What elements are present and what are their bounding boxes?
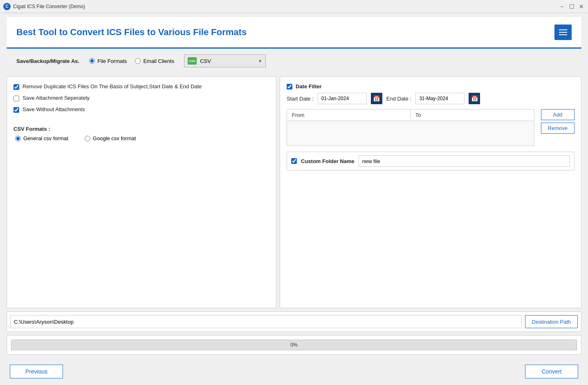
previous-button[interactable]: Previous (10, 365, 63, 378)
custom-folder-row: Custom Folder Name (287, 152, 575, 170)
path-input[interactable] (10, 315, 522, 328)
date-table: From To (287, 109, 534, 146)
path-row: Destination Path (7, 311, 581, 332)
google-csv-label: Google csv format (93, 135, 136, 141)
right-panel: Date Filter Start Date : 📅 End Date : 📅 (280, 76, 581, 308)
titlebar: C Cigati ICS File Converter (Demo) − ☐ ✕ (0, 0, 588, 13)
start-date-label: Start Date : (287, 96, 314, 102)
header-menu-button[interactable] (554, 25, 572, 40)
progress-bar: 0% (11, 340, 577, 350)
convert-button[interactable]: Convert (525, 365, 578, 378)
save-attachment-checkbox[interactable] (13, 96, 19, 101)
date-filter-label: Date Filter (296, 83, 322, 90)
top-panels: Remove Duplicate ICS Files On The Basis … (7, 76, 581, 308)
date-table-header: From To (287, 110, 534, 121)
start-date-input[interactable] (318, 93, 367, 104)
from-column-header: From (287, 110, 411, 121)
progress-label: 0% (290, 342, 297, 348)
save-backup-row: Save/Backup/Migrate As. File Formats Ema… (7, 49, 581, 73)
date-table-body (287, 121, 534, 145)
panels-area: Remove Duplicate ICS Files On The Basis … (7, 76, 581, 355)
date-filter-checkbox[interactable] (287, 84, 292, 90)
start-date-calendar-button[interactable]: 📅 (371, 93, 382, 104)
csv-formats-section: CSV Formats : General csv format Google … (13, 126, 269, 141)
maximize-button[interactable]: ☐ (568, 3, 575, 10)
to-column-header: To (411, 110, 534, 121)
format-radio-group: File Formats Email Clients (89, 58, 174, 64)
custom-folder-input[interactable] (359, 155, 570, 167)
end-date-label: End Date : (386, 96, 411, 102)
menu-line-1 (559, 29, 567, 30)
csv-icon: CSV (188, 57, 197, 65)
email-clients-label: Email Clients (143, 58, 174, 64)
file-formats-option[interactable]: File Formats (89, 58, 127, 64)
close-button[interactable]: ✕ (578, 3, 585, 10)
save-attachment-label: Save Attachment Seperately (22, 95, 90, 101)
menu-line-3 (559, 34, 567, 35)
end-date-calendar-button[interactable]: 📅 (469, 93, 480, 104)
save-without-attachments-checkbox[interactable] (13, 107, 19, 113)
header-title: Best Tool to Convert ICS Files to Variou… (16, 27, 247, 38)
save-attachment-option[interactable]: Save Attachment Seperately (13, 95, 269, 101)
format-dropdown[interactable]: CSV CSV ▼ (184, 54, 266, 67)
remove-duplicates-label: Remove Duplicate ICS Files On The Basis … (22, 83, 202, 90)
file-formats-radio[interactable] (89, 58, 95, 64)
google-csv-radio[interactable] (85, 136, 90, 141)
email-clients-option[interactable]: Email Clients (135, 58, 174, 64)
chevron-down-icon: ▼ (258, 59, 262, 63)
window-controls: − ☐ ✕ (559, 3, 585, 10)
google-csv-option[interactable]: Google csv format (85, 135, 136, 141)
progress-row: 0% (7, 335, 581, 355)
date-range-row: Start Date : 📅 End Date : 📅 (287, 93, 575, 104)
date-filter-header: Date Filter (287, 83, 575, 90)
save-without-attachments-label: Save Without Attachments (22, 106, 85, 112)
minimize-button[interactable]: − (559, 3, 565, 10)
file-formats-label: File Formats (97, 58, 127, 64)
add-button[interactable]: Add (541, 109, 575, 120)
save-backup-label: Save/Backup/Migrate As. (16, 58, 79, 64)
general-csv-option[interactable]: General csv format (15, 135, 68, 141)
remove-duplicates-option[interactable]: Remove Duplicate ICS Files On The Basis … (13, 83, 269, 90)
main-content: Best Tool to Convert ICS Files to Variou… (0, 13, 588, 385)
general-csv-label: General csv format (23, 135, 68, 141)
footer: Previous Convert (0, 358, 588, 385)
app-title: Cigati ICS File Converter (Demo) (13, 4, 559, 9)
general-csv-radio[interactable] (15, 136, 21, 141)
remove-duplicates-checkbox[interactable] (13, 84, 19, 90)
format-select-text: CSV (200, 58, 258, 64)
left-panel: Remove Duplicate ICS Files On The Basis … (7, 76, 276, 308)
csv-format-options: General csv format Google csv format (13, 135, 269, 141)
email-clients-radio[interactable] (135, 58, 141, 64)
custom-folder-checkbox[interactable] (291, 158, 297, 164)
save-without-attachments-option[interactable]: Save Without Attachments (13, 106, 269, 113)
csv-formats-label: CSV Formats : (13, 126, 269, 132)
menu-line-2 (559, 32, 567, 33)
end-date-input[interactable] (415, 93, 465, 104)
destination-path-button[interactable]: Destination Path (525, 315, 578, 328)
remove-button[interactable]: Remove (541, 123, 575, 134)
header-banner: Best Tool to Convert ICS Files to Variou… (7, 17, 581, 49)
custom-folder-label: Custom Folder Name (301, 158, 355, 164)
date-filter-section: Date Filter Start Date : 📅 End Date : 📅 (287, 83, 575, 146)
app-icon: C (3, 3, 11, 10)
date-table-actions: Add Remove (541, 109, 575, 134)
